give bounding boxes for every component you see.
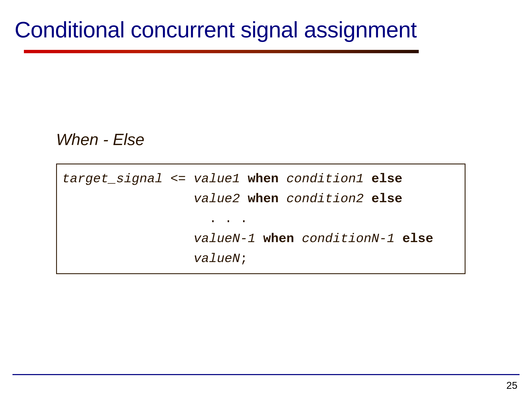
code-line: valueN;	[62, 249, 459, 269]
code-line: target_signal <= value1 when condition1 …	[62, 169, 459, 189]
code-box: target_signal <= value1 when condition1 …	[56, 164, 466, 274]
blue-divider	[13, 374, 519, 375]
code-line: valueN-1 when conditionN-1 else	[62, 229, 459, 249]
code-line: . . .	[62, 209, 459, 229]
slide-container: Conditional concurrent signal assignment…	[0, 0, 532, 399]
slide-subtitle: When - Else	[56, 130, 519, 149]
page-number: 25	[507, 380, 518, 391]
code-line: value2 when condition2 else	[62, 189, 459, 209]
red-divider	[24, 50, 419, 53]
slide-title: Conditional concurrent signal assignment	[13, 17, 519, 43]
content-area: When - Else target_signal <= value1 when…	[13, 130, 519, 274]
